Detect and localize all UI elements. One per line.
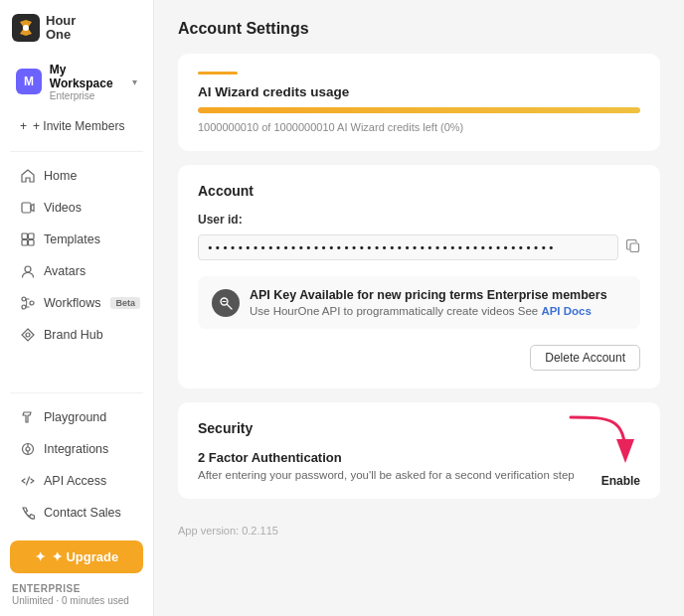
svg-point-8: [22, 297, 26, 301]
svg-rect-3: [22, 233, 28, 239]
brand-hub-icon: [20, 327, 36, 343]
enable-arrow: Enable: [561, 412, 640, 488]
sidebar-item-contact-sales-label: Contact Sales: [44, 506, 121, 520]
sidebar-item-workflows[interactable]: Workflows Beta: [6, 288, 147, 318]
logo-icon: [12, 14, 40, 42]
account-section-title: Account: [198, 183, 640, 199]
svg-line-16: [27, 477, 30, 485]
divider-bottom: [10, 392, 143, 393]
sidebar-item-workflows-label: Workflows: [44, 296, 100, 310]
api-key-icon: [212, 289, 240, 317]
sidebar-item-api-access[interactable]: API Access: [6, 466, 147, 496]
beta-badge: Beta: [110, 297, 140, 309]
sidebar-item-home[interactable]: Home: [6, 161, 147, 191]
workspace-selector[interactable]: M My Workspace Enterprise ▾: [6, 57, 147, 107]
sidebar-item-integrations[interactable]: Integrations: [6, 434, 147, 464]
upgrade-button[interactable]: ✦ ✦ Upgrade: [10, 540, 143, 573]
main-content: Account Settings AI Wizard credits usage…: [154, 0, 684, 616]
account-card: Account User id: •••••••••••••••••••••••…: [178, 165, 660, 388]
svg-point-7: [25, 266, 31, 272]
upgrade-icon: ✦: [35, 549, 46, 564]
svg-point-9: [30, 301, 34, 305]
svg-rect-17: [630, 243, 639, 252]
sidebar-item-templates[interactable]: Templates: [6, 225, 147, 254]
main-nav: Home Videos Templates Avatars Workflows: [0, 156, 153, 355]
orange-accent-bar: [198, 72, 238, 75]
security-card: Security 2 Factor Authentication After e…: [178, 402, 660, 499]
delete-account-button[interactable]: Delete Account: [530, 345, 640, 371]
api-access-icon: [20, 473, 36, 489]
user-id-row: ••••••••••••••••••••••••••••••••••••••••…: [198, 234, 640, 260]
sidebar-item-contact-sales[interactable]: Contact Sales: [6, 498, 147, 528]
svg-point-10: [22, 305, 26, 309]
sidebar-item-avatars-label: Avatars: [44, 264, 86, 278]
invite-plus-icon: +: [20, 119, 27, 133]
sidebar-item-videos[interactable]: Videos: [6, 193, 147, 223]
sidebar: Hour One M My Workspace Enterprise ▾ + +…: [0, 0, 154, 616]
sidebar-item-playground[interactable]: Playground: [6, 402, 147, 432]
avatars-icon: [20, 263, 36, 279]
svg-point-1: [23, 25, 29, 31]
svg-rect-5: [22, 239, 28, 245]
credits-progress-fill: [198, 107, 640, 113]
playground-icon: [20, 409, 36, 425]
delete-row: Delete Account: [198, 345, 640, 371]
credits-progress-track: [198, 107, 640, 113]
svg-rect-2: [22, 203, 31, 213]
bottom-nav: Playground Integrations API Access Conta…: [0, 397, 153, 533]
user-id-label: User id:: [198, 213, 640, 227]
sidebar-item-home-label: Home: [44, 169, 77, 183]
workspace-tier: Enterprise: [50, 90, 132, 101]
credits-card: AI Wizard credits usage 1000000010 of 10…: [178, 54, 660, 151]
chevron-down-icon: ▾: [132, 77, 137, 87]
sidebar-item-integrations-label: Integrations: [44, 442, 108, 456]
enterprise-usage: Unlimited · 0 minutes used: [12, 595, 141, 606]
sidebar-item-brand-hub[interactable]: Brand Hub: [6, 320, 147, 350]
credits-text: 1000000010 of 1000000010 AI Wizard credi…: [198, 121, 640, 133]
svg-rect-4: [29, 233, 35, 239]
contact-sales-icon: [20, 505, 36, 521]
user-id-value: ••••••••••••••••••••••••••••••••••••••••…: [198, 234, 618, 260]
sidebar-item-videos-label: Videos: [44, 201, 82, 215]
videos-icon: [20, 200, 36, 216]
api-key-desc: Use HourOne API to programmatically crea…: [250, 305, 626, 317]
logo: Hour One: [0, 0, 153, 53]
app-version: App version: 0.2.115: [178, 521, 660, 537]
svg-point-13: [26, 447, 30, 451]
templates-icon: [20, 231, 36, 247]
workflows-icon: [20, 295, 36, 311]
svg-point-11: [26, 333, 30, 337]
credits-title: AI Wizard credits usage: [198, 84, 640, 99]
enterprise-label: ENTERPRISE: [12, 583, 141, 594]
sidebar-item-playground-label: Playground: [44, 410, 106, 424]
svg-rect-6: [29, 239, 35, 245]
arrow-icon: [561, 412, 640, 472]
enable-label: Enable: [601, 474, 640, 488]
sidebar-item-brand-hub-label: Brand Hub: [44, 328, 103, 342]
divider: [10, 151, 143, 152]
home-icon: [20, 168, 36, 184]
workspace-avatar: M: [16, 69, 42, 94]
api-key-title: API Key Available for new pricing terms …: [250, 288, 626, 302]
logo-text: Hour One: [46, 14, 76, 43]
enterprise-info: ENTERPRISE Unlimited · 0 minutes used: [0, 577, 153, 616]
page-title: Account Settings: [178, 20, 660, 38]
workspace-name: My Workspace: [50, 63, 132, 90]
integrations-icon: [20, 441, 36, 457]
sidebar-item-api-access-label: API Access: [44, 474, 106, 488]
sidebar-item-templates-label: Templates: [44, 232, 100, 246]
invite-members-button[interactable]: + + Invite Members: [6, 113, 147, 139]
copy-icon[interactable]: [626, 239, 640, 256]
sidebar-item-avatars[interactable]: Avatars: [6, 256, 147, 286]
api-key-box: API Key Available for new pricing terms …: [198, 276, 640, 329]
api-docs-link[interactable]: API Docs: [541, 305, 592, 317]
